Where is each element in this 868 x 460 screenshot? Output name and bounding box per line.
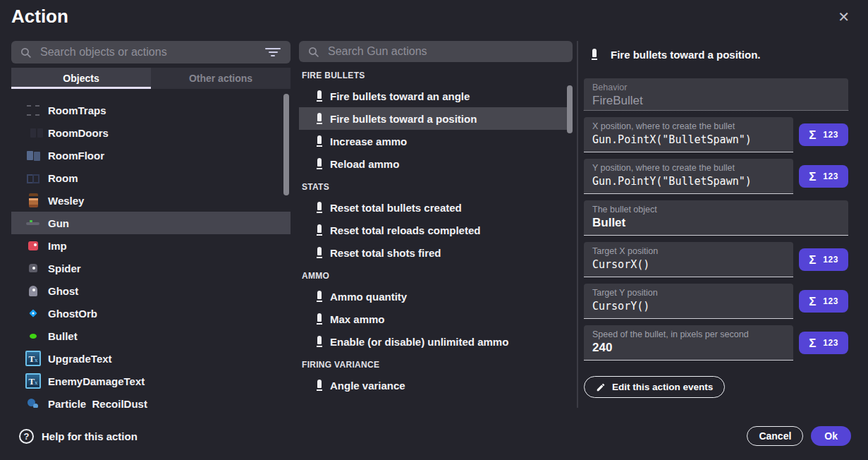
sigma-icon: Σ	[809, 337, 816, 349]
expression-editor-button[interactable]: Σ123	[799, 290, 848, 313]
action-item[interactable]: Enable (or disable) unlimited ammo	[299, 330, 573, 353]
field-value: Bullet	[592, 216, 840, 230]
action-item[interactable]: Ammo quantity	[299, 285, 573, 308]
expression-editor-button[interactable]: Σ123	[799, 123, 848, 146]
field-label: The bullet object	[592, 205, 840, 214]
spider-icon	[25, 260, 41, 276]
field-row: Target Y positionCursorY()Σ123	[584, 284, 848, 319]
action-label: Enable (or disable) unlimited ammo	[330, 336, 508, 348]
object-item-roomtraps[interactable]: RoomTraps	[11, 99, 291, 121]
field-label: Speed of the bullet, in pixels per secon…	[592, 329, 785, 339]
action-item[interactable]: Reset total bullets created	[299, 196, 573, 219]
parameter-field[interactable]: Speed of the bullet, in pixels per secon…	[584, 325, 793, 361]
expression-editor-button[interactable]: Σ123	[799, 165, 848, 188]
action-item[interactable]: Angle variance	[299, 374, 573, 397]
action-label: Ammo quantity	[330, 291, 407, 303]
object-item-enemydamagetext[interactable]: EnemyDamageText	[11, 370, 291, 392]
action-item[interactable]: Fire bullets toward an angle	[299, 85, 573, 107]
bullet-icon	[316, 88, 323, 104]
expression-editor-button[interactable]: Σ123	[799, 248, 848, 271]
action-item[interactable]: Increase ammo	[299, 130, 573, 152]
fields-container: X position, where to create the bulletGu…	[584, 117, 848, 361]
object-label: RoomFloor	[48, 150, 104, 162]
parameter-field[interactable]: The bullet objectBullet	[584, 200, 848, 236]
objects-panel: Objects Other actions RoomTrapsRoomDoors…	[11, 41, 291, 408]
object-item-ghostorb[interactable]: GhostOrb	[11, 302, 291, 325]
tab-other-actions[interactable]: Other actions	[151, 68, 291, 89]
object-label: RoomTraps	[48, 104, 106, 116]
action-label: Reset total bullets created	[330, 202, 462, 214]
edit-action-events-button[interactable]: Edit this action events	[584, 376, 725, 398]
actions-search	[299, 41, 573, 62]
tab-objects[interactable]: Objects	[11, 68, 151, 89]
help-link[interactable]: ? Help for this action	[19, 429, 137, 444]
object-item-roomdoors[interactable]: RoomDoors	[11, 121, 291, 144]
action-label: Reset total shots fired	[330, 247, 441, 259]
object-item-upgradetext[interactable]: UpgradeText	[11, 347, 291, 370]
object-label: UpgradeText	[48, 353, 112, 365]
object-item-wesley[interactable]: Wesley	[11, 189, 291, 212]
object-item-roomfloor[interactable]: RoomFloor	[11, 144, 291, 167]
numeric-label: 123	[823, 171, 838, 181]
object-label: Gun	[48, 217, 69, 229]
cancel-button[interactable]: Cancel	[747, 426, 803, 446]
action-item[interactable]: Fire bullets toward a position	[299, 107, 573, 130]
parameter-field[interactable]: Target Y positionCursorY()	[584, 284, 793, 319]
bullet-icon	[316, 222, 323, 238]
object-item-ghost[interactable]: Ghost	[11, 279, 291, 302]
parameter-field[interactable]: Target X positionCursorX()	[584, 242, 793, 277]
expression-editor-button[interactable]: Σ123	[799, 332, 848, 354]
sigma-icon: Σ	[809, 296, 816, 308]
object-label: Spider	[48, 262, 81, 274]
bullet-icon	[316, 245, 323, 260]
object-item-room[interactable]: Room	[11, 167, 291, 189]
sigma-icon: Σ	[809, 129, 816, 141]
field-value: FireBullet	[592, 94, 840, 108]
wesley-icon	[25, 193, 41, 208]
actions-search-input[interactable]	[328, 45, 564, 58]
actions-scrollbar[interactable]	[567, 85, 573, 133]
field-row: Y position, where to create the bulletGu…	[584, 159, 848, 194]
help-icon: ?	[19, 429, 34, 444]
object-item-particle_recoildust[interactable]: Particle_RecoilDust	[11, 392, 291, 408]
object-item-gun[interactable]: Gun	[11, 212, 291, 234]
action-description: Fire bullets toward a position.	[584, 44, 848, 65]
object-label: Room	[48, 172, 78, 184]
filter-icon[interactable]	[264, 45, 282, 59]
objects-scrollbar[interactable]	[283, 94, 289, 195]
parameter-field[interactable]: X position, where to create the bulletGu…	[584, 117, 793, 152]
field-label: Target X position	[592, 246, 785, 256]
field-label: Behavior	[592, 83, 840, 92]
ok-button[interactable]: Ok	[811, 426, 851, 446]
objects-list: RoomTrapsRoomDoorsRoomFloorRoomWesleyGun…	[11, 89, 291, 408]
action-label: Reload ammo	[330, 158, 399, 170]
field-row: Target X positionCursorX()Σ123	[584, 242, 848, 277]
bullet-icon	[591, 47, 598, 62]
objects-search	[11, 41, 291, 63]
object-item-spider[interactable]: Spider	[11, 257, 291, 279]
action-label: Fire bullets toward a position	[330, 113, 477, 125]
parameter-field[interactable]: Y position, where to create the bulletGu…	[584, 159, 793, 194]
close-icon[interactable]: ✕	[838, 10, 850, 24]
bullet-icon	[316, 133, 323, 149]
object-label: EnemyDamageText	[48, 375, 145, 387]
objects-search-input[interactable]	[40, 46, 255, 59]
numeric-label: 123	[823, 130, 838, 140]
bullet-icon	[316, 334, 323, 349]
action-description-text: Fire bullets toward a position.	[611, 49, 761, 61]
field-value: Gun.PointY("BulletSpawn")	[592, 175, 785, 188]
tab-bar: Objects Other actions	[11, 68, 291, 89]
action-item[interactable]: Reset total reloads completed	[299, 219, 573, 241]
action-item[interactable]: Reset total shots fired	[299, 241, 573, 264]
action-item[interactable]: Reload ammo	[299, 152, 573, 175]
object-item-bullet[interactable]: Bullet	[11, 325, 291, 347]
field-row: The bullet objectBullet	[584, 200, 848, 236]
gun-icon	[25, 215, 41, 231]
action-item[interactable]: Max ammo	[299, 308, 573, 330]
action-group-header: AMMO	[299, 264, 573, 285]
field-value: CursorX()	[592, 258, 785, 271]
field-value: CursorY()	[592, 300, 785, 313]
object-item-imp[interactable]: Imp	[11, 234, 291, 257]
object-label: Wesley	[48, 195, 84, 207]
object-label: GhostOrb	[48, 308, 97, 320]
